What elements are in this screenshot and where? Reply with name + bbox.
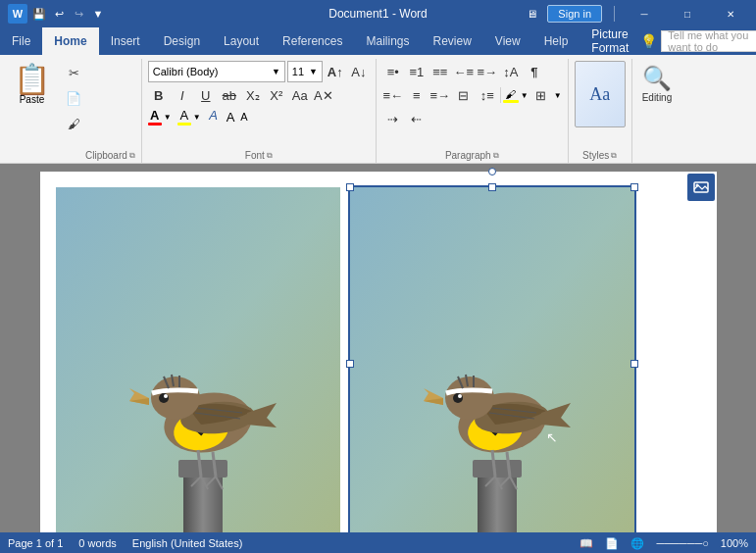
ribbon-tabs: File Home Insert Design Layout Reference… [0,27,756,55]
focus-mode-icon[interactable]: 📖 [580,537,593,550]
tell-me-input[interactable]: Tell me what you want to do [661,30,756,52]
print-layout-icon[interactable]: 📄 [605,537,619,550]
paragraph-row1: ≡• ≡1 ≡≡ ←≡ ≡→ ↕A ¶ [382,61,545,82]
sign-in-button[interactable]: Sign in [547,5,602,23]
minimize-button[interactable]: ─ [627,0,662,27]
handle-middle-left[interactable] [346,360,354,368]
maximize-button[interactable]: □ [670,0,705,27]
paragraph-group-content: ≡• ≡1 ≡≡ ←≡ ≡→ ↕A ¶ ≡← ≡ ≡→ ⊟ ↕≡ 🖌 [382,61,562,150]
justify-button[interactable]: ⊟ [453,84,475,106]
styles-group-label-row: Styles ⧉ [582,150,617,161]
tab-picture-format[interactable]: Picture Format [580,27,640,55]
qat-dropdown[interactable]: ▼ [90,6,106,22]
bullets-button[interactable]: ≡• [382,61,404,82]
ltr-text-button[interactable]: ⇠ [406,108,428,129]
strikethrough-button[interactable]: ab [219,84,240,106]
shrink-font-button[interactable]: A [240,111,247,123]
superscript-button[interactable]: X² [266,84,287,106]
ribbon-display-options[interactable]: 🖥 [524,6,539,22]
shading-button[interactable]: 🖌 [503,88,519,103]
highlight-dropdown[interactable]: ▼ [193,113,201,122]
multilevel-list-button[interactable]: ≡≡ [429,61,451,82]
grow-font-button[interactable]: A [227,110,235,125]
increase-indent-button[interactable]: ≡→ [477,61,498,82]
tab-file[interactable]: File [0,27,42,55]
handle-middle-right[interactable] [630,360,638,368]
handle-top-center[interactable] [488,183,496,191]
text-effect-button[interactable]: A [207,108,221,126]
bold-button[interactable]: B [148,84,170,106]
align-right-button[interactable]: ≡→ [429,84,451,106]
font-group-expander[interactable]: ⧉ [267,151,273,161]
separator [500,87,501,103]
format-painter-button[interactable]: 🖌 [62,112,85,135]
borders-dropdown[interactable]: ▼ [554,91,562,100]
decrease-indent-button[interactable]: ←≡ [453,61,475,82]
underline-button[interactable]: U [195,84,217,106]
paste-button[interactable]: 📋 Paste [8,61,56,135]
cut-button[interactable]: ✂ [62,61,85,84]
tab-view[interactable]: View [483,27,532,55]
ribbon: File Home Insert Design Layout Reference… [0,27,756,164]
undo-qat[interactable]: ↩ [51,6,67,22]
tab-references[interactable]: References [271,27,354,55]
tab-help[interactable]: Help [532,27,580,55]
svg-point-10 [164,394,168,398]
line-spacing-button[interactable]: ↕≡ [477,84,498,106]
italic-button[interactable]: I [172,84,193,106]
handle-top-right[interactable] [630,183,638,191]
font-name-dropdown[interactable]: ▼ [272,67,280,76]
subscript-button[interactable]: X₂ [242,84,264,106]
group-editing: 🔍 Editing [632,59,682,163]
editing-button[interactable]: 🔍 Editing [638,61,677,107]
rtl-text-button[interactable]: ⇢ [382,108,404,129]
clear-format-button[interactable]: A✕ [313,84,334,106]
svg-point-30 [458,394,462,398]
tab-mailings[interactable]: Mailings [354,27,421,55]
align-left-button[interactable]: ≡← [382,84,404,106]
title-bar-right: 🖥 Sign in ─ □ ✕ [524,0,748,27]
pic-format-svg [692,178,710,196]
zoom-level: 100% [721,537,748,549]
handle-rotate[interactable] [488,168,496,176]
document-page: ↖ [40,172,717,532]
increase-font-button[interactable]: A↑ [325,61,346,82]
paragraph-row3: ⇢ ⇠ [382,108,428,129]
font-format-row: B I U ab X₂ X² Aa A✕ [148,84,334,106]
font-size-value: 11 [292,66,304,77]
save-qat[interactable]: 💾 [31,6,47,22]
image-1-container[interactable] [56,187,340,532]
decrease-font-button[interactable]: A↓ [348,61,370,82]
tab-design[interactable]: Design [152,27,212,55]
align-center-button[interactable]: ≡ [406,84,428,106]
clipboard-expander[interactable]: ⧉ [129,151,135,161]
numbering-button[interactable]: ≡1 [406,61,428,82]
font-size-selector[interactable]: 11 ▼ [287,61,323,82]
copy-button[interactable]: 📄 [62,86,85,110]
borders-button[interactable]: ⊞ [530,84,552,106]
tab-review[interactable]: Review [421,27,482,55]
tab-home[interactable]: Home [42,27,98,55]
close-button[interactable]: ✕ [713,0,748,27]
change-case-button[interactable]: Aa [289,84,311,106]
paragraph-group-expander[interactable]: ⧉ [493,151,499,161]
font-color-dropdown[interactable]: ▼ [164,113,172,122]
image-2-container[interactable]: ↖ [350,187,634,532]
font-name-value: Calibri (Body) [153,66,219,77]
redo-qat[interactable]: ↪ [71,6,86,22]
show-marks-button[interactable]: ¶ [524,61,545,82]
styles-group-expander[interactable]: ⧉ [611,151,617,161]
font-name-selector[interactable]: Calibri (Body) ▼ [148,61,285,82]
font-size-dropdown[interactable]: ▼ [309,67,318,76]
tab-layout[interactable]: Layout [212,27,271,55]
web-layout-icon[interactable]: 🌐 [630,537,644,550]
font-color-button[interactable]: A [148,108,162,126]
group-styles: Aa Styles ⧉ [569,59,632,163]
shading-dropdown[interactable]: ▼ [521,91,529,100]
highlight-color-button[interactable]: A [177,108,191,126]
tab-insert[interactable]: Insert [99,27,152,55]
zoom-slider[interactable]: ──────○ [656,537,708,549]
picture-format-icon[interactable] [687,174,715,201]
sort-button[interactable]: ↕A [500,61,522,82]
handle-top-left[interactable] [346,183,354,191]
